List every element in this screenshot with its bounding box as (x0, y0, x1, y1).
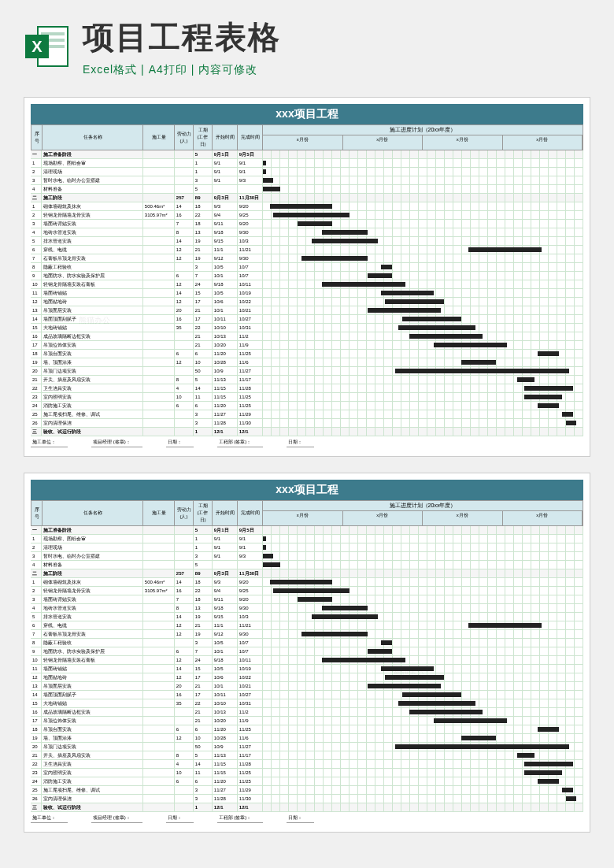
table-row: 1砌体墙砌筑及抹灰500.46m²14189/39/20 (31, 578, 583, 587)
cell-area (143, 419, 175, 427)
cell-area (143, 665, 175, 673)
cell-area (143, 708, 175, 716)
gantt-bar (312, 239, 378, 243)
cell-area (143, 552, 175, 560)
gantt-bar (395, 369, 569, 373)
gantt-cell (263, 428, 583, 436)
col-area: 施工量 (143, 125, 175, 150)
cell-start: 9/15 (213, 613, 238, 621)
cell-area (143, 358, 175, 366)
cell-num: 7 (31, 630, 42, 638)
table-row: 16成品玻璃隔断边框安装2110/1311/2 (31, 708, 583, 717)
cell-days: 15 (194, 665, 213, 673)
cell-labor: 16 (175, 587, 194, 595)
cell-days: 17 (194, 315, 213, 323)
table-row: 6穿线、电缆122111/111/21 (31, 246, 583, 254)
cell-start: 11/15 (213, 769, 238, 777)
cell-area (143, 220, 175, 228)
cell-labor (175, 159, 194, 167)
cell-num: 5 (31, 613, 42, 621)
cell-name: 室内照明安装 (42, 769, 143, 777)
gantt-bar (538, 403, 559, 408)
cell-name: 地面防水、防水实验及保护层 (42, 272, 143, 280)
cell-name: 吊顶面层安装 (42, 682, 143, 690)
cell-end: 9/3 (238, 552, 263, 560)
gantt-bar (322, 230, 368, 235)
cell-labor: 8 (175, 751, 194, 759)
cell-area (143, 246, 175, 254)
cell-days: 21 (194, 306, 213, 314)
cell-area (143, 237, 175, 245)
cell-name: 墙面顶面刮腻子 (42, 691, 143, 699)
cell-name: 成品玻璃隔断边框安装 (42, 708, 143, 716)
table-row: 12地面贴地砖121710/610/22 (31, 298, 583, 306)
gantt-bar (270, 580, 333, 584)
cell-end: 9/1 (238, 543, 263, 551)
cell-start: 10/5 (213, 263, 238, 271)
cell-end: 11/28 (238, 384, 263, 392)
gantt-cell (263, 760, 583, 768)
cell-name: 排水管道安装 (42, 613, 143, 621)
gantt-cell (263, 751, 583, 759)
cell-start: 10/9 (213, 367, 238, 375)
cell-days: 6 (194, 350, 213, 358)
cell-labor: 20 (175, 306, 194, 314)
gantt-bar (381, 640, 391, 645)
cell-labor: 257 (175, 194, 194, 202)
cell-labor: 10 (175, 769, 194, 777)
gantt-bar (298, 597, 332, 602)
gantt-bar (312, 614, 378, 619)
plan-title: 施工进度计划（20xx年度） (263, 125, 583, 135)
cell-name: 地面贴地砖 (42, 673, 143, 681)
cell-num: 3 (31, 220, 42, 228)
cell-labor (175, 419, 194, 427)
cell-end: 12/1 (238, 803, 263, 811)
cell-days: 1 (194, 168, 213, 176)
col-labor: 劳动力(人) (175, 125, 194, 150)
cell-num: 25 (31, 786, 42, 794)
cell-end: 9月5日 (238, 150, 263, 158)
cell-end: 11/6 (238, 734, 263, 742)
table-row: 4材料准备5 (31, 561, 583, 569)
table-row: 25施工尾项扫尾、维修、调试311/2711/29 (31, 410, 583, 419)
cell-name: 卫生洁具安装 (42, 760, 143, 768)
table-row: 4材料准备5 (31, 185, 583, 194)
cell-start: 11/13 (213, 751, 238, 759)
cell-labor (175, 717, 194, 725)
cell-name: 排水管道安装 (42, 237, 143, 245)
cell-end: 11月30日 (238, 569, 263, 577)
gantt-bar (263, 169, 266, 174)
cell-days: 24 (194, 656, 213, 664)
cell-name: 吊顶位饰体安装 (42, 341, 143, 349)
cell-area (143, 254, 175, 262)
gantt-bar (263, 554, 273, 558)
cell-start: 9/11 (213, 220, 238, 228)
cell-name: 验收、试运行阶段 (42, 428, 143, 436)
gantt-bar (538, 727, 559, 732)
cell-start: 11/20 (213, 350, 238, 358)
cell-name: 现场勘察、图纸会审 (42, 535, 143, 543)
gantt-cell (263, 280, 583, 288)
cell-area (143, 639, 175, 647)
gantt-cell (263, 350, 583, 358)
gantt-cell (263, 535, 583, 543)
cell-labor: 6 (175, 350, 194, 358)
cell-end: 11/17 (238, 751, 263, 759)
gantt-bar (524, 770, 563, 775)
gantt-cell (263, 159, 583, 167)
gantt-cell (263, 526, 583, 534)
table-row: 2轻钢龙骨隔墙龙骨安装3105.97m²16229/49/25 (31, 587, 583, 595)
gantt-cell (263, 769, 583, 777)
gantt-cell (263, 578, 583, 586)
cell-name: 吊顶台面安装 (42, 350, 143, 358)
cell-start: 10/13 (213, 708, 238, 716)
cell-labor: 12 (175, 280, 194, 288)
cell-name: 现场勘察、图纸会审 (42, 159, 143, 167)
sub-title: Excel格式 | A4打印 | 内容可修改 (83, 63, 590, 77)
gantt-cell (263, 656, 583, 664)
cell-labor: 20 (175, 682, 194, 690)
cell-end: 10/31 (238, 324, 263, 332)
cell-days: 22 (194, 699, 213, 707)
cell-name: 施工阶段 (42, 569, 143, 577)
cell-name: 室内清理保洁 (42, 795, 143, 803)
